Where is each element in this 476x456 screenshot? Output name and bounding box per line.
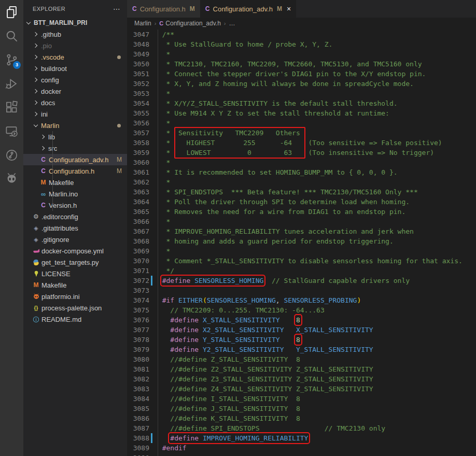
line-number[interactable]: 3084 bbox=[127, 394, 149, 404]
tree-file-get-test-targets-py[interactable]: get_test_targets.py bbox=[23, 256, 127, 268]
line-number[interactable]: 3056 bbox=[127, 118, 149, 128]
tree-file-version-h[interactable]: CVersion.h bbox=[23, 200, 127, 211]
source-control-icon[interactable]: 3 bbox=[0, 48, 23, 72]
tree-file--gitattributes[interactable]: ◈.gitattributes bbox=[23, 222, 127, 234]
code-line-3077[interactable]: 3077 #define X2_STALL_SENSITIVITY X_STAL… bbox=[127, 325, 476, 335]
line-number[interactable]: 3058 bbox=[127, 138, 149, 148]
line-number[interactable]: 3089 bbox=[127, 443, 149, 453]
code-line-3076[interactable]: 3076 #define X_STALL_SENSITIVITY 8 bbox=[127, 315, 476, 325]
tree-folder-docker[interactable]: docker bbox=[23, 86, 127, 97]
code-line-3068[interactable]: 3068 * homing and adds a guard period fo… bbox=[127, 236, 476, 246]
line-number[interactable]: 3082 bbox=[127, 374, 149, 384]
code-line-3087[interactable]: 3087 //#define SPI_ENDSTOPS // TMC2130 o… bbox=[127, 423, 476, 433]
code-editor[interactable]: 3047 /**3048 * Use StallGuard to home / … bbox=[127, 29, 476, 456]
line-number[interactable]: 3053 bbox=[127, 89, 149, 98]
code-line-3061[interactable]: 3061 * It is recommended to set HOMING_B… bbox=[127, 167, 476, 177]
tree-file-platformio-ini[interactable]: platformio.ini bbox=[23, 291, 127, 302]
tree-folder-src[interactable]: src bbox=[23, 142, 127, 154]
run-debug-icon[interactable] bbox=[0, 72, 23, 95]
code-line-3060[interactable]: 3060 * bbox=[127, 158, 476, 167]
line-number[interactable]: 3085 bbox=[127, 404, 149, 414]
tree-folder-buildroot[interactable]: buildroot bbox=[23, 63, 127, 74]
code-line-3059[interactable]: 3059 * LOWEST 0 63 (Too insensitive => N… bbox=[127, 148, 476, 158]
line-number[interactable]: 3059 bbox=[127, 148, 149, 158]
tree-folder-btt-marlin-pri[interactable]: BTT_MARLIN_PRI bbox=[23, 17, 127, 28]
line-number[interactable]: 3080 bbox=[127, 354, 149, 364]
line-number[interactable]: 3055 bbox=[127, 108, 149, 118]
line-number[interactable]: 3086 bbox=[127, 414, 149, 423]
git-circle-icon[interactable] bbox=[0, 143, 23, 167]
line-number[interactable]: 3052 bbox=[127, 79, 149, 89]
code-line-3065[interactable]: 3065 * Removes the need for a wire from … bbox=[127, 207, 476, 217]
code-line-3057[interactable]: 3057 * Sensitivity TMC2209 Others bbox=[127, 128, 476, 138]
line-number[interactable]: 3063 bbox=[127, 187, 149, 197]
code-line-3052[interactable]: 3052 * X, Y, and Z homing will always be… bbox=[127, 79, 476, 89]
code-line-3074[interactable]: 3074 #if EITHER(SENSORLESS_HOMING, SENSO… bbox=[127, 295, 476, 305]
code-line-3067[interactable]: 3067 * IMPROVE_HOMING_RELIABILITY tunes … bbox=[127, 226, 476, 236]
tree-file-process-palette-json[interactable]: {}process-palette.json bbox=[23, 302, 127, 314]
line-number[interactable]: 3069 bbox=[127, 246, 149, 256]
line-number[interactable]: 3061 bbox=[127, 167, 149, 177]
code-line-3070[interactable]: 3070 * Comment *_STALL_SENSITIVITY to di… bbox=[127, 256, 476, 266]
tree-file-configuration-adv-h[interactable]: CConfiguration_adv.hM bbox=[23, 154, 127, 165]
breadcrumb-item[interactable]: … bbox=[229, 20, 235, 27]
code-line-3062[interactable]: 3062 * bbox=[127, 177, 476, 187]
tree-file-marlin-ino[interactable]: ∞Marlin.ino bbox=[23, 188, 127, 200]
tree-file-makefile[interactable]: MMakefile bbox=[23, 279, 127, 291]
line-number[interactable]: 3062 bbox=[127, 177, 149, 187]
line-number[interactable]: 3047 bbox=[127, 30, 149, 39]
tree-folder-marlin[interactable]: Marlin bbox=[23, 120, 127, 131]
tree-folder--pio[interactable]: .pio bbox=[23, 40, 127, 51]
line-number[interactable]: 3071 bbox=[127, 266, 149, 276]
code-line-3049[interactable]: 3049 * bbox=[127, 49, 476, 59]
code-line-3089[interactable]: 3089 #endif bbox=[127, 443, 476, 453]
tree-folder-docs[interactable]: docs bbox=[23, 97, 127, 108]
code-line-3082[interactable]: 3082 //#define Z3_STALL_SENSITIVITY Z_ST… bbox=[127, 374, 476, 384]
line-number[interactable]: 3060 bbox=[127, 158, 149, 167]
tree-file-license[interactable]: LICENSE bbox=[23, 268, 127, 279]
line-number[interactable]: 3079 bbox=[127, 345, 149, 354]
tree-folder-config[interactable]: config bbox=[23, 74, 127, 86]
explorer-icon[interactable] bbox=[0, 0, 23, 24]
line-number[interactable]: 3087 bbox=[127, 423, 149, 433]
code-line-3073[interactable]: 3073 bbox=[127, 286, 476, 295]
tab-configuration-h[interactable]: CConfiguration.hM bbox=[127, 0, 200, 18]
code-line-3063[interactable]: 3063 * SPI_ENDSTOPS *** Beta feature! **… bbox=[127, 187, 476, 197]
line-number[interactable]: 3077 bbox=[127, 325, 149, 335]
code-line-3079[interactable]: 3079 #define Y2_STALL_SENSITIVITY Y_STAL… bbox=[127, 345, 476, 354]
code-line-3056[interactable]: 3056 * bbox=[127, 118, 476, 128]
line-number[interactable]: 3068 bbox=[127, 236, 149, 246]
tree-file-readme-md[interactable]: README.md bbox=[23, 314, 127, 325]
line-number[interactable]: 3078 bbox=[127, 335, 149, 345]
search-icon[interactable] bbox=[0, 24, 23, 48]
more-actions-icon[interactable]: ⋯ bbox=[113, 5, 121, 13]
code-line-3058[interactable]: 3058 * HIGHEST 255 -64 (Too sensitive =>… bbox=[127, 138, 476, 148]
line-number[interactable]: 3081 bbox=[127, 364, 149, 374]
line-number[interactable]: 3075 bbox=[127, 305, 149, 315]
line-number[interactable]: 3050 bbox=[127, 59, 149, 69]
code-line-3078[interactable]: 3078 #define Y_STALL_SENSITIVITY 8 bbox=[127, 335, 476, 345]
tree-file-docker-compose-yml[interactable]: docker-compose.yml bbox=[23, 245, 127, 256]
line-number[interactable]: 3083 bbox=[127, 384, 149, 394]
tree-file--gitignore[interactable]: ◈.gitignore bbox=[23, 234, 127, 245]
code-line-3047[interactable]: 3047 /** bbox=[127, 30, 476, 39]
code-line-3064[interactable]: 3064 * Poll the driver through SPI to de… bbox=[127, 197, 476, 207]
code-line-3053[interactable]: 3053 * bbox=[127, 89, 476, 98]
tab-configuration-adv-h[interactable]: CConfiguration_adv.hM× bbox=[200, 0, 296, 18]
line-number[interactable]: 3048 bbox=[127, 39, 149, 49]
code-line-3051[interactable]: 3051 * Connect the stepper driver's DIAG… bbox=[127, 69, 476, 79]
line-number[interactable]: 3066 bbox=[127, 217, 149, 226]
code-line-3069[interactable]: 3069 * bbox=[127, 246, 476, 256]
line-number[interactable]: 3064 bbox=[127, 197, 149, 207]
code-line-3054[interactable]: 3054 * X/Y/Z_STALL_SENSITIVITY is the de… bbox=[127, 98, 476, 108]
code-line-3055[interactable]: 3055 * Use M914 X Y Z to set the stall t… bbox=[127, 108, 476, 118]
breadcrumb-item[interactable]: Marlin bbox=[134, 20, 151, 27]
tree-file-makefile[interactable]: MMakefile bbox=[23, 177, 127, 188]
line-number[interactable]: 3070 bbox=[127, 256, 149, 266]
line-number[interactable]: 3067 bbox=[127, 226, 149, 236]
extensions-icon[interactable] bbox=[0, 95, 23, 119]
code-line-3066[interactable]: 3066 * bbox=[127, 217, 476, 226]
code-line-3050[interactable]: 3050 * TMC2130, TMC2160, TMC2209, TMC266… bbox=[127, 59, 476, 69]
line-number[interactable]: 3088 bbox=[127, 433, 149, 443]
line-number[interactable]: 3090 bbox=[127, 453, 149, 456]
